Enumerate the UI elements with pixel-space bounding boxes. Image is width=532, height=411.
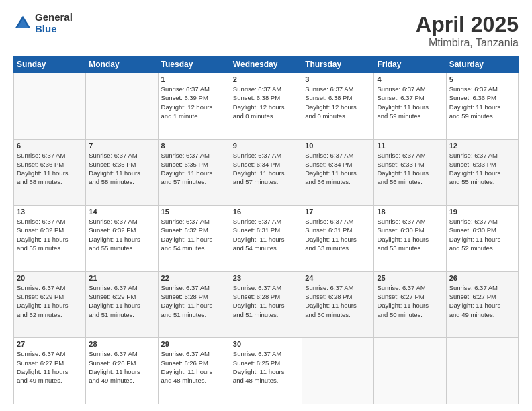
day-cell <box>374 338 446 404</box>
day-number: 9 <box>233 142 299 150</box>
day-info: Sunrise: 6:37 AM Sunset: 6:30 PM Dayligh… <box>377 217 443 253</box>
day-number: 6 <box>17 142 83 150</box>
day-cell: 16Sunrise: 6:37 AM Sunset: 6:31 PM Dayli… <box>230 205 302 272</box>
week-row-3: 20Sunrise: 6:37 AM Sunset: 6:29 PM Dayli… <box>14 271 519 338</box>
header-row: Sunday Monday Tuesday Wednesday Thursday… <box>14 56 519 73</box>
day-info: Sunrise: 6:37 AM Sunset: 6:26 PM Dayligh… <box>161 349 227 385</box>
day-info: Sunrise: 6:37 AM Sunset: 6:29 PM Dayligh… <box>89 283 154 319</box>
day-number: 16 <box>233 208 299 216</box>
day-info: Sunrise: 6:37 AM Sunset: 6:30 PM Dayligh… <box>449 217 515 253</box>
day-number: 2 <box>233 75 299 83</box>
day-cell: 18Sunrise: 6:37 AM Sunset: 6:30 PM Dayli… <box>374 205 446 272</box>
day-number: 10 <box>305 142 371 150</box>
day-number: 11 <box>377 142 443 150</box>
day-number: 17 <box>305 208 371 216</box>
day-info: Sunrise: 6:37 AM Sunset: 6:28 PM Dayligh… <box>305 283 371 319</box>
day-cell: 23Sunrise: 6:37 AM Sunset: 6:28 PM Dayli… <box>230 271 302 338</box>
day-cell: 6Sunrise: 6:37 AM Sunset: 6:36 PM Daylig… <box>14 139 86 205</box>
col-saturday: Saturday <box>446 56 518 73</box>
day-cell: 8Sunrise: 6:37 AM Sunset: 6:35 PM Daylig… <box>158 139 230 205</box>
day-cell: 15Sunrise: 6:37 AM Sunset: 6:32 PM Dayli… <box>158 205 230 272</box>
day-info: Sunrise: 6:37 AM Sunset: 6:25 PM Dayligh… <box>233 349 299 385</box>
header: General Blue April 2025 Mtimbira, Tanzan… <box>13 12 519 49</box>
calendar-subtitle: Mtimbira, Tanzania <box>416 37 519 49</box>
day-info: Sunrise: 6:37 AM Sunset: 6:32 PM Dayligh… <box>17 217 83 253</box>
day-info: Sunrise: 6:37 AM Sunset: 6:34 PM Dayligh… <box>233 151 299 187</box>
week-row-0: 1Sunrise: 6:37 AM Sunset: 6:39 PM Daylig… <box>14 73 519 140</box>
day-cell: 10Sunrise: 6:37 AM Sunset: 6:34 PM Dayli… <box>302 139 374 205</box>
day-number: 14 <box>89 208 154 216</box>
col-sunday: Sunday <box>14 56 86 73</box>
day-number: 5 <box>449 75 515 83</box>
day-number: 25 <box>377 274 443 282</box>
day-cell <box>446 338 518 404</box>
day-cell: 5Sunrise: 6:37 AM Sunset: 6:36 PM Daylig… <box>446 73 518 140</box>
day-info: Sunrise: 6:37 AM Sunset: 6:31 PM Dayligh… <box>305 217 371 253</box>
day-number: 20 <box>17 274 83 282</box>
day-number: 18 <box>377 208 443 216</box>
day-info: Sunrise: 6:37 AM Sunset: 6:35 PM Dayligh… <box>89 151 154 187</box>
logo-icon <box>13 14 32 33</box>
day-cell: 27Sunrise: 6:37 AM Sunset: 6:27 PM Dayli… <box>14 338 86 404</box>
day-info: Sunrise: 6:37 AM Sunset: 6:35 PM Dayligh… <box>161 151 227 187</box>
day-number: 23 <box>233 274 299 282</box>
col-monday: Monday <box>86 56 158 73</box>
day-cell <box>86 73 158 140</box>
day-cell <box>302 338 374 404</box>
day-info: Sunrise: 6:37 AM Sunset: 6:28 PM Dayligh… <box>161 283 227 319</box>
day-number: 22 <box>161 274 227 282</box>
day-number: 19 <box>449 208 515 216</box>
day-cell: 19Sunrise: 6:37 AM Sunset: 6:30 PM Dayli… <box>446 205 518 272</box>
day-cell <box>14 73 86 140</box>
day-number: 24 <box>305 274 371 282</box>
col-tuesday: Tuesday <box>158 56 230 73</box>
day-cell: 14Sunrise: 6:37 AM Sunset: 6:32 PM Dayli… <box>86 205 158 272</box>
day-info: Sunrise: 6:37 AM Sunset: 6:27 PM Dayligh… <box>377 283 443 319</box>
day-info: Sunrise: 6:37 AM Sunset: 6:37 PM Dayligh… <box>377 85 443 120</box>
day-info: Sunrise: 6:37 AM Sunset: 6:36 PM Dayligh… <box>17 151 83 187</box>
day-cell: 12Sunrise: 6:37 AM Sunset: 6:33 PM Dayli… <box>446 139 518 205</box>
day-cell: 3Sunrise: 6:37 AM Sunset: 6:38 PM Daylig… <box>302 73 374 140</box>
day-number: 1 <box>161 75 227 83</box>
day-cell: 30Sunrise: 6:37 AM Sunset: 6:25 PM Dayli… <box>230 338 302 404</box>
day-cell: 20Sunrise: 6:37 AM Sunset: 6:29 PM Dayli… <box>14 271 86 338</box>
col-friday: Friday <box>374 56 446 73</box>
week-row-2: 13Sunrise: 6:37 AM Sunset: 6:32 PM Dayli… <box>14 205 519 272</box>
calendar-title: April 2025 <box>416 12 519 37</box>
day-info: Sunrise: 6:37 AM Sunset: 6:38 PM Dayligh… <box>233 85 299 120</box>
day-cell: 13Sunrise: 6:37 AM Sunset: 6:32 PM Dayli… <box>14 205 86 272</box>
day-cell: 17Sunrise: 6:37 AM Sunset: 6:31 PM Dayli… <box>302 205 374 272</box>
calendar-table: Sunday Monday Tuesday Wednesday Thursday… <box>13 56 519 404</box>
day-info: Sunrise: 6:37 AM Sunset: 6:29 PM Dayligh… <box>17 283 83 319</box>
logo: General Blue <box>13 12 73 34</box>
logo-text: General Blue <box>35 12 73 34</box>
day-info: Sunrise: 6:37 AM Sunset: 6:31 PM Dayligh… <box>233 217 299 253</box>
title-block: April 2025 Mtimbira, Tanzania <box>416 12 519 49</box>
day-cell: 22Sunrise: 6:37 AM Sunset: 6:28 PM Dayli… <box>158 271 230 338</box>
day-number: 8 <box>161 142 227 150</box>
day-number: 21 <box>89 274 154 282</box>
day-cell: 11Sunrise: 6:37 AM Sunset: 6:33 PM Dayli… <box>374 139 446 205</box>
day-number: 27 <box>17 340 83 348</box>
day-number: 30 <box>233 340 299 348</box>
day-number: 26 <box>449 274 515 282</box>
week-row-4: 27Sunrise: 6:37 AM Sunset: 6:27 PM Dayli… <box>14 338 519 404</box>
day-number: 4 <box>377 75 443 83</box>
day-info: Sunrise: 6:37 AM Sunset: 6:34 PM Dayligh… <box>305 151 371 187</box>
day-info: Sunrise: 6:37 AM Sunset: 6:27 PM Dayligh… <box>17 349 83 385</box>
day-number: 7 <box>89 142 154 150</box>
day-cell: 9Sunrise: 6:37 AM Sunset: 6:34 PM Daylig… <box>230 139 302 205</box>
day-cell: 24Sunrise: 6:37 AM Sunset: 6:28 PM Dayli… <box>302 271 374 338</box>
day-number: 15 <box>161 208 227 216</box>
day-number: 3 <box>305 75 371 83</box>
day-cell: 29Sunrise: 6:37 AM Sunset: 6:26 PM Dayli… <box>158 338 230 404</box>
day-info: Sunrise: 6:37 AM Sunset: 6:33 PM Dayligh… <box>377 151 443 187</box>
day-cell: 1Sunrise: 6:37 AM Sunset: 6:39 PM Daylig… <box>158 73 230 140</box>
col-wednesday: Wednesday <box>230 56 302 73</box>
day-number: 13 <box>17 208 83 216</box>
day-info: Sunrise: 6:37 AM Sunset: 6:27 PM Dayligh… <box>449 283 515 319</box>
day-number: 29 <box>161 340 227 348</box>
day-number: 12 <box>449 142 515 150</box>
logo-blue: Blue <box>35 24 73 35</box>
day-cell: 7Sunrise: 6:37 AM Sunset: 6:35 PM Daylig… <box>86 139 158 205</box>
